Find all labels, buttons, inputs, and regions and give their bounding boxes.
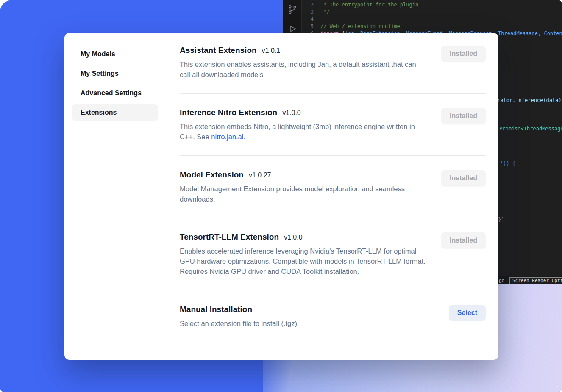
page: 2 * The entrypoint for the plugin. 3 */ … <box>0 0 562 392</box>
extension-title-row: Manual Installation <box>180 305 427 314</box>
extension-title: TensortRT-LLM Extension <box>180 232 279 242</box>
extension-info: Model Extension v1.0.27 Model Management… <box>180 170 427 204</box>
extension-info: Manual Installation Select an extension … <box>180 305 427 329</box>
settings-sidebar: My Models My Settings Advanced Settings … <box>64 33 165 360</box>
line-number: 4 <box>302 16 314 23</box>
source-control-icon <box>287 4 298 14</box>
extension-title: Assistant Extension <box>180 46 257 55</box>
code-fragment: ')) { <box>500 160 515 167</box>
settings-modal: My Models My Settings Advanced Settings … <box>64 33 498 360</box>
extension-title-row: Model Extension v1.0.27 <box>180 170 427 179</box>
line-number: 5 <box>302 23 314 30</box>
extension-info: TensortRT-LLM Extension v1.0.0 Enables a… <box>180 232 427 276</box>
separator <box>180 218 486 218</box>
select-button[interactable]: Select <box>449 305 486 321</box>
sidebar-item-my-settings[interactable]: My Settings <box>72 65 158 82</box>
extension-title-row: Inference Nitro Extension v1.0.0 <box>180 108 427 117</box>
installed-button[interactable]: Installed <box>441 108 486 124</box>
extension-version: v1.0.0 <box>284 234 303 241</box>
extension-section-tensorrt: TensortRT-LLM Extension v1.0.0 Enables a… <box>180 232 486 276</box>
code-line: 2 * The entrypoint for the plugin. <box>302 1 562 8</box>
separator <box>180 290 486 290</box>
editor-code-area: 2 * The entrypoint for the plugin. 3 */ … <box>302 1 562 37</box>
extension-section-nitro: Inference Nitro Extension v1.0.0 This ex… <box>180 108 486 142</box>
extension-section-model: Model Extension v1.0.27 Model Management… <box>180 170 486 204</box>
extension-title-row: Assistant Extension v1.0.1 <box>180 46 427 55</box>
extension-description: This extension enables assistants, inclu… <box>180 59 427 80</box>
separator <box>180 93 486 94</box>
extension-section-assistant: Assistant Extension v1.0.1 This extensio… <box>180 46 486 80</box>
extension-description: Select an extension file to install (.tg… <box>180 318 427 329</box>
code-fragment: rator.inference(data)); <box>497 97 562 104</box>
code-text: * The entrypoint for the plugin. <box>314 1 421 8</box>
extension-info: Inference Nitro Extension v1.0.0 This ex… <box>180 108 427 142</box>
separator <box>180 155 486 156</box>
extension-title: Inference Nitro Extension <box>180 108 277 117</box>
extension-title: Model Extension <box>180 170 244 179</box>
extension-description: Enables accelerated inference leveraging… <box>180 246 427 276</box>
code-text: */ <box>314 8 330 16</box>
installed-button[interactable]: Installed <box>441 46 486 62</box>
installed-button[interactable]: Installed <box>441 170 486 186</box>
code-line: 4 <box>302 16 562 23</box>
sidebar-item-extensions[interactable]: Extensions <box>72 104 158 121</box>
sidebar-item-my-models[interactable]: My Models <box>72 46 158 63</box>
extensions-list: Assistant Extension v1.0.1 This extensio… <box>165 33 498 360</box>
line-number: 3 <box>302 8 314 16</box>
extension-version: v1.0.27 <box>249 171 271 179</box>
statusbar-text: go <box>499 278 504 283</box>
line-number: 2 <box>302 1 314 8</box>
code-text: // Web / extension runtime <box>314 23 400 30</box>
extension-title: Manual Installation <box>180 305 252 314</box>
nitro-jan-ai-link[interactable]: nitro.jan.ai. <box>211 133 245 141</box>
extension-title-row: TensortRT-LLM Extension v1.0.0 <box>180 232 427 242</box>
extension-version: v1.0.1 <box>262 47 281 55</box>
extension-description: This extension embeds Nitro, a lightweig… <box>180 121 427 142</box>
code-line: 5 // Web / extension runtime <box>302 23 562 30</box>
sidebar-item-advanced-settings[interactable]: Advanced Settings <box>72 85 158 102</box>
code-text <box>314 16 320 23</box>
installed-button[interactable]: Installed <box>441 232 486 248</box>
extension-info: Assistant Extension v1.0.1 This extensio… <box>180 46 427 80</box>
code-fragment: Promise<ThreadMessage> <box>499 125 562 133</box>
run-debug-icon <box>287 24 298 34</box>
code-line: 3 */ <box>302 8 562 16</box>
extension-version: v1.0.0 <box>282 109 301 117</box>
manual-installation-section: Manual Installation Select an extension … <box>180 305 486 329</box>
extension-description: Model Management Extension provides mode… <box>180 184 427 204</box>
screen-reader-badge: Screen Reader Optimize <box>509 277 562 284</box>
